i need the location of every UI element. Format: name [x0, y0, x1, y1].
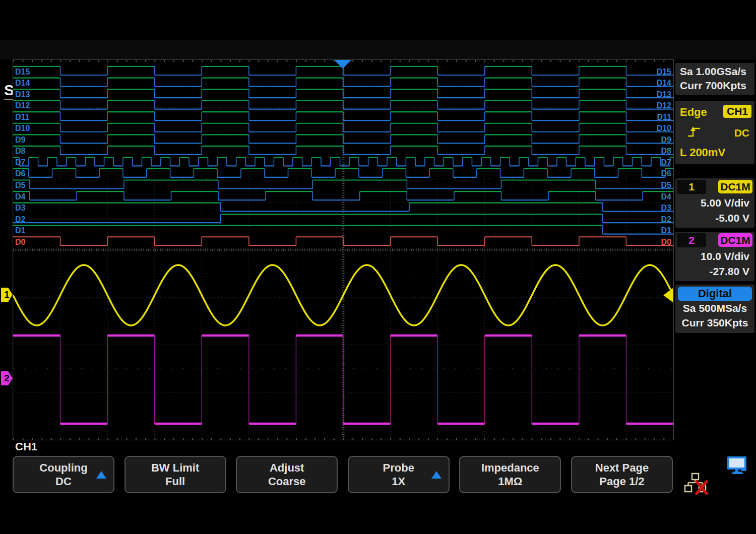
- memory-depth: Curr 700Kpts: [675, 79, 754, 93]
- waveform-area: D15D15D14D14D13D13D12D12D11D11D10D10D9D9…: [13, 59, 674, 440]
- softkey-impedance[interactable]: Impedance 1MΩ: [459, 456, 561, 493]
- softkey-probe[interactable]: Probe 1X: [348, 456, 450, 493]
- acquisition-panel: Sa 1.00GSa/s Curr 700Kpts: [675, 63, 754, 95]
- lan-disconnected-icon: [683, 473, 709, 496]
- digital-channel-label: D3: [15, 204, 26, 212]
- digital-channel-label: D4: [661, 192, 672, 201]
- digital-memory: Curr 350Kpts: [675, 315, 754, 330]
- digital-channel-label: D9: [15, 136, 26, 144]
- softkey-title: Coupling: [39, 461, 87, 474]
- oscilloscope-screen: SIGLENT Stop M 50.0μs Delay:0.00μs f = 1…: [0, 0, 756, 534]
- ch2-number: 2: [677, 233, 706, 247]
- softkey-title: Next Page: [595, 461, 649, 474]
- softkey-next-page[interactable]: Next Page Page 1/2: [571, 456, 673, 493]
- trigger-coupling: DC: [734, 127, 749, 139]
- softkey-title: Adjust: [270, 461, 304, 474]
- digital-channel-label: D11: [657, 113, 672, 121]
- digital-channel-label: D8: [661, 147, 672, 155]
- digital-channel-label: D0: [15, 238, 26, 246]
- softkey-coupling[interactable]: Coupling DC: [13, 456, 114, 493]
- header-bar: SIGLENT Stop M 50.0μs Delay:0.00μs f = 1…: [0, 40, 756, 59]
- ch1-coupling-badge: DC1M: [718, 180, 752, 193]
- digital-channel-label: D4: [15, 192, 26, 201]
- ch2-offset: -27.80 V: [701, 264, 749, 279]
- softkey-value: Full: [165, 475, 185, 488]
- digital-channel-label: D12: [657, 101, 671, 110]
- softkey-value: DC: [55, 475, 72, 488]
- trigger-panel[interactable]: Edge CH1 DC L 200mV: [675, 101, 754, 164]
- digital-channel-label: D3: [661, 204, 672, 212]
- active-menu-label: CH1: [15, 440, 37, 453]
- up-arrow-icon: [431, 471, 442, 479]
- ch2-panel[interactable]: 2 DC1M 10.0 V/div -27.80 V: [675, 232, 754, 281]
- ch1-number: 1: [677, 180, 706, 194]
- softkey-title: Impedance: [481, 461, 539, 474]
- ch2-scale: 10.0 V/div: [701, 249, 749, 264]
- up-arrow-icon: [96, 471, 106, 479]
- waveform-display: D15D15D14D14D13D13D12D12D11D11D10D10D9D9…: [13, 60, 673, 440]
- rising-edge-icon: [686, 124, 702, 139]
- softkey-title: BW Limit: [151, 461, 199, 474]
- trigger-source-badge: CH1: [723, 105, 751, 118]
- softkey-title: Probe: [383, 461, 414, 474]
- ch1-offset: -5.00 V: [701, 211, 749, 226]
- digital-channel-label: D13: [657, 90, 671, 99]
- remote-display-icon: [726, 456, 748, 476]
- ch1-scale: 5.00 V/div: [701, 195, 749, 211]
- softkey-value: Page 1/2: [599, 475, 644, 488]
- digital-channel-label: D7: [15, 158, 26, 167]
- softkey-value: 1X: [392, 475, 405, 488]
- digital-channel-label: D8: [15, 147, 26, 155]
- digital-channel-label: D15: [15, 68, 30, 76]
- digital-channel-label: D5: [661, 181, 672, 189]
- digital-channel-label: D10: [15, 124, 30, 132]
- digital-channel-label: D12: [15, 101, 30, 110]
- digital-channel-label: D15: [657, 68, 671, 76]
- digital-channel-label: D1: [15, 226, 26, 235]
- trigger-level-readout: L 200mV: [680, 146, 725, 159]
- sample-rate: Sa 1.00GSa/s: [675, 64, 754, 79]
- digital-channel-label: D1: [661, 226, 672, 235]
- softkey-adjust[interactable]: Adjust Coarse: [236, 456, 338, 493]
- digital-channel-label: D6: [15, 169, 26, 178]
- digital-channel-label: D13: [15, 90, 30, 99]
- digital-channel-label: D14: [657, 79, 671, 87]
- softkey-value: 1MΩ: [498, 475, 522, 488]
- digital-channel-label: D14: [15, 79, 30, 87]
- digital-channel-label: D9: [661, 136, 672, 144]
- digital-channel-label: D0: [661, 238, 672, 246]
- digital-panel[interactable]: Digital Sa 500MSa/s Curr 350Kpts: [675, 285, 754, 333]
- ch2-coupling-badge: DC1M: [718, 233, 752, 247]
- digital-channel-label: D10: [657, 124, 671, 132]
- ch1-panel[interactable]: 1 DC1M 5.00 V/div -5.00 V: [675, 178, 754, 228]
- digital-sample-rate: Sa 500MSa/s: [675, 301, 754, 315]
- digital-channel-label: D6: [661, 169, 672, 178]
- digital-channel-label: D7: [661, 158, 672, 167]
- trigger-type: Edge: [680, 106, 707, 119]
- digital-channel-label: D11: [15, 113, 30, 121]
- digital-channel-label: D2: [15, 215, 26, 224]
- ch2-ground-marker[interactable]: 2: [1, 371, 13, 385]
- softkey-value: Coarse: [268, 475, 306, 488]
- digital-channel-label: D2: [661, 215, 672, 224]
- softkey-menu: Coupling DC BW Limit Full Adjust Coarse …: [13, 456, 673, 494]
- softkey-bw-limit[interactable]: BW Limit Full: [124, 456, 226, 493]
- ch1-ground-marker[interactable]: 1: [1, 288, 13, 302]
- digital-badge: Digital: [678, 287, 752, 301]
- digital-channel-label: D5: [15, 181, 26, 189]
